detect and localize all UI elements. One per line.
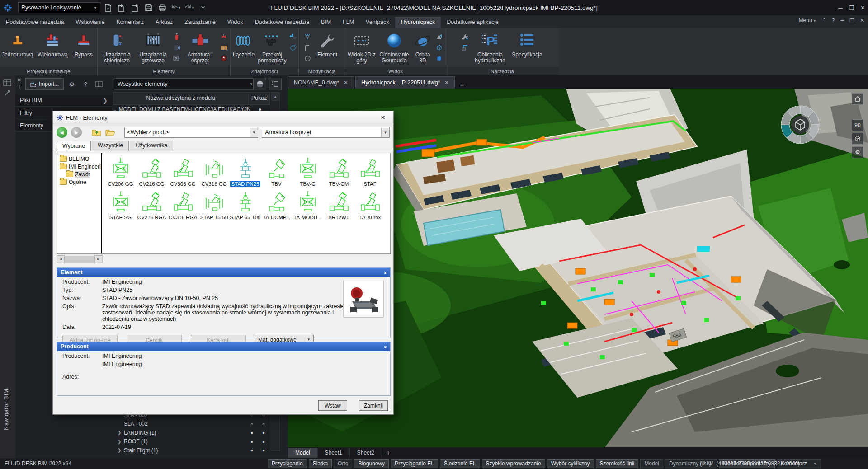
product-stap-65-100[interactable]: STAP 65-100 bbox=[230, 189, 261, 220]
laczenie-button[interactable]: Łączenie bbox=[231, 30, 257, 58]
open-folder-icon[interactable] bbox=[105, 128, 115, 136]
shade-toggle-button[interactable] bbox=[253, 78, 266, 90]
table-row[interactable]: ❯ROOF (1)●● bbox=[118, 437, 269, 446]
status-toggle-model[interactable]: Model bbox=[640, 459, 663, 468]
menu-dropdown[interactable]: Menu ▼ bbox=[799, 17, 816, 23]
home-view-icon[interactable] bbox=[852, 93, 863, 105]
tree-header-show-column[interactable]: Pokaż bbox=[249, 93, 269, 104]
list-options-button[interactable] bbox=[269, 78, 282, 90]
product-tbv-c[interactable]: TBV-C bbox=[292, 156, 323, 187]
product-tbv[interactable]: TBV bbox=[261, 156, 292, 187]
maximize-window-icon[interactable]: ❐ bbox=[849, 5, 854, 11]
workspace-selector[interactable]: Rysowanie i opisywanie ▼ bbox=[18, 2, 100, 13]
add-sheet-button[interactable]: + bbox=[382, 449, 395, 456]
ribbon-tab-bim[interactable]: BIM bbox=[315, 17, 337, 28]
product-cv316-rga[interactable]: CV316 RGA bbox=[167, 189, 198, 220]
product-tbv-cm[interactable]: TBV-CM bbox=[323, 156, 354, 187]
przekroj-pomocniczy-button[interactable]: Przekrój pomocniczy bbox=[257, 30, 288, 64]
back-button[interactable]: ◄ bbox=[57, 127, 67, 138]
solid-cube-icon[interactable] bbox=[434, 54, 443, 62]
product-cv306-gg[interactable]: CV306 GG bbox=[167, 156, 198, 187]
help-panel-icon[interactable]: ? bbox=[172, 54, 181, 62]
collapse-ribbon-icon[interactable]: ⌃ bbox=[822, 17, 826, 23]
product-br12wt[interactable]: BR12WT bbox=[323, 189, 354, 220]
jednorurowa-button[interactable]: Jednorurową bbox=[0, 30, 35, 58]
product-stad-pn25[interactable]: STAD PN25 bbox=[230, 156, 261, 187]
close-document-icon[interactable]: ✕ bbox=[860, 17, 864, 23]
category-combo[interactable]: Armatura i osprzęt ▼ bbox=[262, 127, 390, 138]
collapse-chevrons-icon[interactable]: » bbox=[383, 346, 388, 347]
extinguisher-icon[interactable] bbox=[172, 33, 181, 41]
product-ta-modu-[interactable]: TA-MODU... bbox=[292, 189, 323, 220]
tree-item-imi-engineering[interactable]: IMI Engineering bbox=[57, 163, 101, 170]
view-cube-icon[interactable] bbox=[852, 133, 863, 145]
wireframe-cube-icon[interactable] bbox=[434, 43, 443, 52]
chevron-down-icon[interactable]: ▼ bbox=[178, 6, 181, 10]
ribbon-tab-flm[interactable]: FLM bbox=[337, 17, 360, 28]
dialog-close-icon[interactable]: ✕ bbox=[376, 114, 390, 121]
ribbon-tab-hydronicpack[interactable]: Hydronicpack bbox=[395, 17, 441, 28]
folder-up-icon[interactable] bbox=[92, 128, 102, 136]
pipe-riser-icon[interactable] bbox=[303, 43, 312, 52]
forward-button[interactable]: ► bbox=[71, 127, 82, 138]
ribbon-tab-zarządzanie[interactable]: Zarządzanie bbox=[179, 17, 222, 28]
small-valve-icon[interactable] bbox=[219, 33, 228, 41]
state-dot-icon[interactable]: ● bbox=[258, 448, 269, 453]
obliczenia-hydrauliczne-button[interactable]: P Obliczenia hydrauliczne bbox=[471, 30, 509, 64]
product-staf[interactable]: STAF bbox=[354, 156, 386, 187]
scroll-thumb[interactable] bbox=[65, 256, 94, 263]
redo-button[interactable]: ▼ bbox=[184, 2, 195, 13]
new-document-tab-button[interactable]: + bbox=[456, 81, 467, 89]
chevron-down-icon[interactable]: ▼ bbox=[304, 338, 311, 342]
table-row[interactable]: ❯LANDING (1)●● bbox=[118, 428, 269, 437]
wrench-add-icon[interactable] bbox=[461, 33, 470, 41]
document-tab[interactable]: Hydronicpack ...P-220511.dwg*✕ bbox=[355, 76, 455, 89]
tree-item-belimo[interactable]: BELIMO bbox=[57, 155, 101, 163]
specyfikacja-button[interactable]: Specyfikacja bbox=[509, 30, 545, 58]
urzadzenia-grzewcze-button[interactable]: Urządzenia grzewcze bbox=[135, 30, 171, 64]
circle-tool-icon[interactable] bbox=[303, 54, 312, 62]
layout-tab-model[interactable]: Model bbox=[288, 448, 318, 458]
boiler-small-icon[interactable] bbox=[172, 43, 181, 52]
state-dot-icon[interactable]: ○ bbox=[258, 422, 269, 427]
open-file-button[interactable] bbox=[116, 2, 127, 13]
visibility-dot-icon[interactable]: ○ bbox=[246, 422, 258, 427]
dialog-tab-użytkownika[interactable]: Użytkownika bbox=[130, 141, 173, 151]
zamknij-button[interactable]: Zamknij bbox=[359, 400, 388, 411]
pump-small-icon[interactable] bbox=[288, 43, 297, 52]
properties-icon[interactable] bbox=[4, 90, 10, 98]
pipe-box-icon[interactable] bbox=[461, 43, 470, 52]
help-icon[interactable]: ? bbox=[80, 79, 91, 89]
ribbon-tab-podstawowe-narzędzia[interactable]: Podstawowe narzędzia bbox=[0, 17, 70, 28]
status-toggle-biegunowy[interactable]: Biegunowy bbox=[354, 459, 389, 468]
status-toggle-szerokość-linii[interactable]: Szerokość linii bbox=[596, 459, 639, 468]
palette-grid-icon[interactable] bbox=[3, 79, 11, 88]
close-window-icon[interactable]: ✕ bbox=[860, 5, 865, 11]
ribbon-tab-widok[interactable]: Widok bbox=[222, 17, 249, 28]
product-cv216-gg[interactable]: CV216 GG bbox=[136, 156, 167, 187]
chevron-right-icon[interactable]: ❯ bbox=[118, 430, 124, 435]
chevron-down-icon[interactable]: ▼ bbox=[191, 6, 195, 10]
cieniowanie-button[interactable]: Cieniowanie Gouraud'a bbox=[377, 30, 412, 64]
visibility-dot-icon[interactable]: ● bbox=[246, 448, 258, 453]
ribbon-tab-komentarz[interactable]: Komentarz bbox=[110, 17, 149, 28]
undo-button[interactable]: ▼ bbox=[170, 2, 182, 13]
product-cv316-gg[interactable]: CV316 GG bbox=[198, 156, 230, 187]
tree-horizontal-scrollbar[interactable]: ◄ ► bbox=[57, 255, 103, 263]
wielorurowa-button[interactable]: Wielorurową bbox=[35, 30, 70, 58]
scroll-right-icon[interactable]: ► bbox=[94, 255, 102, 263]
orbita-3d-button[interactable]: Orbita 3D bbox=[412, 30, 434, 64]
wstaw-button[interactable]: Wstaw bbox=[318, 400, 347, 411]
dialog-tab-wszystkie[interactable]: Wszystkie bbox=[92, 141, 129, 151]
status-toggle-szybkie-wprowadzanie[interactable]: Szybkie wprowadzanie bbox=[482, 459, 545, 468]
layout-tab-sheet1[interactable]: Sheet1 bbox=[318, 448, 350, 458]
visibility-dot-icon[interactable]: ● bbox=[246, 439, 258, 444]
status-toggle-orto[interactable]: Orto bbox=[334, 459, 352, 468]
urzadzenia-chlodnicze-button[interactable]: Urządzenia chłodnicze bbox=[99, 30, 135, 64]
layout-tab-sheet2[interactable]: Sheet2 bbox=[350, 448, 382, 458]
state-dot-icon[interactable]: ● bbox=[258, 439, 269, 444]
status-toggle-przyciąganie-el[interactable]: Przyciąganie EL bbox=[391, 459, 438, 468]
chevron-right-icon[interactable]: ❯ bbox=[118, 439, 124, 444]
product-cv206-gg[interactable]: CV206 GG bbox=[105, 156, 136, 187]
ribbon-tab-arkusz[interactable]: Arkusz bbox=[150, 17, 179, 28]
